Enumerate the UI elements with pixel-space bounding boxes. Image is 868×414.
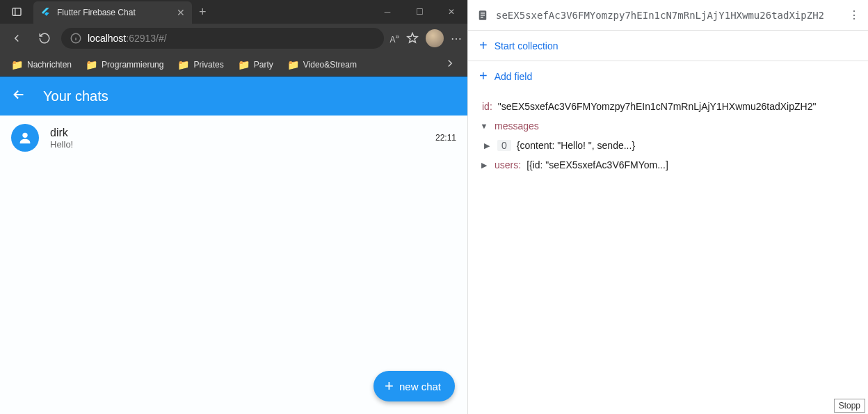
plus-icon: + [385, 377, 394, 395]
new-chat-fab[interactable]: + new chat [373, 371, 455, 401]
folder-icon: 📁 [287, 59, 299, 70]
svg-rect-8 [481, 15, 485, 15]
app-bar: Your chats [0, 77, 467, 116]
url-path: :62913/#/ [126, 33, 166, 44]
svg-point-5 [22, 133, 27, 138]
field-row-id[interactable]: id: "seEX5sxefAc3V6FMYomzpy7hEIn1cN7mRnL… [468, 97, 868, 116]
bookmark-item[interactable]: 📁Privates [172, 55, 229, 74]
field-value: "seEX5sxefAc3V6FMYomzpy7hEIn1cN7mRnLjAjY… [498, 101, 817, 112]
plus-icon: + [479, 68, 488, 84]
folder-icon: 📁 [86, 59, 97, 70]
profile-avatar[interactable] [426, 29, 444, 47]
expand-icon[interactable]: ▶ [479, 161, 489, 170]
fab-label: new chat [399, 381, 441, 392]
bookmark-label: Party [254, 60, 273, 70]
browser-tab[interactable]: Flutter Firebase Chat ✕ [33, 1, 192, 24]
bookmark-item[interactable]: 📁Nachrichten [6, 55, 77, 74]
more-menu-icon[interactable]: ⋯ [451, 32, 462, 45]
bookmark-label: Nachrichten [27, 60, 72, 70]
bookmarks-overflow-icon[interactable] [438, 57, 462, 72]
favorites-icon[interactable] [406, 32, 419, 45]
add-field-label: Add field [495, 71, 532, 82]
stopp-button[interactable]: Stopp [834, 399, 865, 413]
bookmark-label: Privates [193, 60, 223, 70]
document-icon [476, 9, 489, 22]
url-field[interactable]: localhost:62913/#/ [61, 28, 384, 49]
collapse-icon[interactable]: ▼ [479, 122, 489, 130]
folder-icon: 📁 [177, 59, 189, 70]
svg-rect-0 [13, 8, 21, 16]
tab-strip: Flutter Firebase Chat ✕ + [0, 0, 207, 24]
bookmark-label: Video&Stream [303, 60, 357, 70]
close-window-button[interactable]: ✕ [435, 0, 467, 24]
add-field-button[interactable]: + Add field [468, 61, 868, 91]
field-value: {content: "Hello! ", sende...} [517, 140, 635, 151]
start-collection-button[interactable]: + Start collection [468, 31, 868, 61]
address-bar: localhost:62913/#/ A» ⋯ [0, 24, 467, 53]
chat-list: dirk Hello! 22:11 [0, 116, 467, 414]
plus-icon: + [479, 38, 488, 54]
bookmarks-bar: 📁Nachrichten 📁Programmierung 📁Privates 📁… [0, 53, 467, 77]
document-id: seEX5sxefAc3V6FMYomzpy7hEIn1cN7mRnLjAjY1… [496, 10, 842, 21]
field-key: messages [495, 120, 539, 132]
array-index: 0 [497, 140, 511, 151]
field-row-users[interactable]: ▶ users: [{id: "seEX5sxefAc3V6FMYom...] [468, 155, 868, 175]
expand-icon[interactable]: ▶ [482, 141, 492, 150]
field-row-messages[interactable]: ▼ messages [468, 116, 868, 136]
field-value: [{id: "seEX5sxefAc3V6FMYom...] [527, 159, 668, 170]
read-aloud-icon[interactable]: A» [389, 33, 399, 45]
field-row-messages-item[interactable]: ▶ 0 {content: "Hello! ", sende...} [468, 136, 868, 155]
firebase-panel: seEX5sxefAc3V6FMYomzpy7hEIn1cN7mRnLjAjY1… [467, 0, 868, 414]
new-tab-button[interactable]: + [199, 5, 207, 19]
close-tab-icon[interactable]: ✕ [177, 7, 185, 18]
chat-avatar [11, 124, 39, 152]
chat-name: dirk [50, 127, 424, 139]
document-header: seEX5sxefAc3V6FMYomzpy7hEIn1cN7mRnLjAjY1… [468, 0, 868, 31]
title-bar: Flutter Firebase Chat ✕ + ─ ☐ ✕ [0, 0, 467, 24]
back-button[interactable] [6, 27, 28, 49]
bookmark-item[interactable]: 📁Party [232, 55, 279, 74]
app-title: Your chats [43, 88, 108, 104]
browser-window: Flutter Firebase Chat ✕ + ─ ☐ ✕ localhos… [0, 0, 467, 414]
maximize-button[interactable]: ☐ [403, 0, 435, 24]
svg-rect-7 [481, 13, 485, 13]
chat-preview: Hello! [50, 139, 424, 150]
bookmark-item[interactable]: 📁Programmierung [80, 55, 169, 74]
person-icon [17, 130, 33, 145]
tab-actions-icon[interactable] [0, 0, 33, 24]
field-key: id: [482, 101, 492, 112]
bookmark-item[interactable]: 📁Video&Stream [282, 55, 362, 74]
minimize-button[interactable]: ─ [371, 0, 403, 24]
chat-list-item[interactable]: dirk Hello! 22:11 [0, 116, 467, 160]
flutter-icon [40, 7, 51, 18]
bookmark-label: Programmierung [102, 60, 163, 70]
tab-title: Flutter Firebase Chat [57, 8, 171, 17]
info-icon [70, 32, 82, 45]
app-back-button[interactable] [11, 87, 26, 105]
chat-time: 22:11 [435, 133, 456, 143]
svg-rect-9 [481, 17, 483, 17]
start-collection-label: Start collection [495, 40, 558, 51]
window-controls: ─ ☐ ✕ [371, 0, 467, 24]
refresh-button[interactable] [33, 27, 56, 49]
folder-icon: 📁 [238, 59, 250, 70]
document-menu-icon[interactable]: ⋮ [849, 8, 860, 22]
document-fields: id: "seEX5sxefAc3V6FMYomzpy7hEIn1cN7mRnL… [468, 91, 868, 180]
field-key: users: [495, 159, 521, 170]
folder-icon: 📁 [11, 59, 23, 70]
url-host: localhost [88, 33, 126, 44]
